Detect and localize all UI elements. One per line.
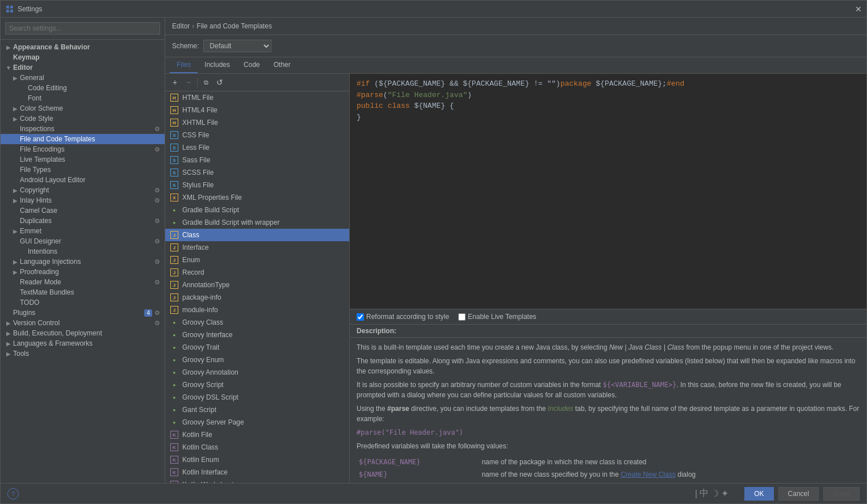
sidebar-item-file-and-code-templates[interactable]: File and Code Templates	[1, 134, 165, 144]
sidebar-item-android-layout-editor[interactable]: Android Layout Editor	[1, 175, 165, 185]
file-item-stylus-file[interactable]: SStylus File	[165, 179, 349, 191]
file-item-groovy-interface[interactable]: ●Groovy Interface	[165, 329, 349, 341]
file-item-gant-script[interactable]: ●Gant Script	[165, 404, 349, 416]
cancel-button[interactable]: Cancel	[778, 487, 819, 501]
code-editor[interactable]: #if (${PACKAGE_NAME} && ${PACKAGE_NAME} …	[350, 74, 866, 309]
file-item-groovy-class[interactable]: ●Groovy Class	[165, 316, 349, 329]
sidebar-item-build-execution[interactable]: ▶Build, Execution, Deployment	[1, 328, 165, 338]
file-item-xml-props-file[interactable]: XXML Properties File	[165, 191, 349, 204]
sidebar-item-editor[interactable]: ▼Editor	[1, 62, 165, 73]
sidebar-item-file-types[interactable]: File Types	[1, 165, 165, 175]
file-icon-groovy-class: ●	[170, 318, 179, 327]
sidebar-item-live-templates[interactable]: Live Templates	[1, 154, 165, 165]
ok-button[interactable]: OK	[744, 487, 773, 501]
scheme-select[interactable]: Default	[203, 40, 271, 52]
file-item-groovy-script[interactable]: ●Groovy Script	[165, 379, 349, 391]
sidebar-item-camel-case[interactable]: Camel Case	[1, 205, 165, 216]
file-item-kotlin-worksheet[interactable]: KKotlin Worksheet	[165, 478, 349, 483]
sidebar-item-duplicates[interactable]: Duplicates⚙	[1, 216, 165, 226]
file-item-css-file[interactable]: SCSS File	[165, 129, 349, 141]
description-body: This is a built-in template used each ti…	[350, 338, 866, 483]
file-item-groovy-trait[interactable]: ●Groovy Trait	[165, 341, 349, 354]
settings-window: Settings ✕ ▶Appearance & BehaviorKeymap▼…	[0, 0, 867, 504]
sidebar-item-language-injections[interactable]: ▶Language Injections⚙	[1, 257, 165, 267]
remove-button[interactable]: −	[182, 76, 195, 89]
sidebar-item-todo[interactable]: TODO	[1, 297, 165, 308]
file-name-groovy-interface: Groovy Interface	[182, 331, 233, 339]
search-input[interactable]	[5, 22, 160, 35]
sidebar-item-emmet[interactable]: ▶Emmet	[1, 226, 165, 236]
reformat-checkbox-label[interactable]: Reformat according to style	[357, 313, 449, 321]
file-item-interface[interactable]: JInterface	[165, 241, 349, 254]
live-templates-checkbox-label[interactable]: Enable Live Templates	[458, 313, 537, 321]
file-item-less-file[interactable]: SLess File	[165, 141, 349, 154]
file-item-scss-file[interactable]: SSCSS File	[165, 166, 349, 179]
sidebar-item-intentions[interactable]: Intentions	[1, 246, 165, 257]
sidebar-item-tools[interactable]: ▶Tools	[1, 348, 165, 359]
file-item-kotlin-interface[interactable]: KKotlin Interface	[165, 466, 349, 478]
reset-button[interactable]: ↺	[213, 76, 226, 89]
file-item-groovy-dsl-script[interactable]: ●Groovy DSL Script	[165, 391, 349, 404]
file-item-annotation-type[interactable]: JAnnotationType	[165, 279, 349, 291]
close-button[interactable]: ✕	[855, 5, 862, 14]
file-list-toolbar: + − ⧉ ↺	[165, 74, 349, 91]
sidebar-label-version-control: Version Control	[13, 319, 152, 327]
tab-files[interactable]: Files	[170, 57, 198, 73]
live-templates-checkbox[interactable]	[458, 313, 466, 321]
sidebar-item-code-editing[interactable]: Code Editing	[1, 83, 165, 93]
file-item-enum[interactable]: JEnum	[165, 254, 349, 266]
reformat-checkbox[interactable]	[357, 313, 364, 321]
sidebar-item-languages-frameworks[interactable]: ▶Languages & Frameworks	[1, 338, 165, 348]
file-item-class[interactable]: JClass	[165, 229, 349, 241]
file-item-groovy-enum[interactable]: ●Groovy Enum	[165, 354, 349, 366]
file-item-package-info[interactable]: Jpackage-info	[165, 291, 349, 304]
sidebar-item-gui-designer[interactable]: GUI Designer⚙	[1, 236, 165, 246]
file-item-html4-file[interactable]: HHTML4 File	[165, 104, 349, 116]
tab-code[interactable]: Code	[237, 57, 267, 73]
sidebar-item-copyright[interactable]: ▶Copyright⚙	[1, 185, 165, 195]
sidebar-item-general[interactable]: ▶General	[1, 73, 165, 83]
sidebar: ▶Appearance & BehaviorKeymap▼Editor▶Gene…	[1, 18, 165, 483]
copy-button[interactable]: ⧉	[200, 76, 212, 89]
file-item-xhtml-file[interactable]: HXHTML File	[165, 116, 349, 129]
file-item-module-info[interactable]: Jmodule-info	[165, 304, 349, 316]
breadcrumb-separator: ›	[192, 22, 194, 30]
sidebar-item-appearance[interactable]: ▶Appearance & Behavior	[1, 42, 165, 52]
file-item-kotlin-class[interactable]: KKotlin Class	[165, 441, 349, 453]
sidebar-label-plugins: Plugins	[13, 309, 142, 317]
create-new-class-link[interactable]: Create New Class	[621, 471, 676, 478]
apply-button[interactable]: Apply	[823, 487, 860, 501]
sidebar-item-font[interactable]: Font	[1, 93, 165, 103]
sidebar-item-file-encodings[interactable]: File Encodings⚙	[1, 144, 165, 154]
file-item-sass-file[interactable]: SSass File	[165, 154, 349, 166]
sidebar-item-plugins[interactable]: Plugins4⚙	[1, 308, 165, 318]
file-icon-stylus-file: S	[170, 180, 179, 190]
file-item-groovy-server-page[interactable]: ●Groovy Server Page	[165, 416, 349, 429]
file-item-kotlin-enum[interactable]: KKotlin Enum	[165, 453, 349, 466]
sidebar-item-keymap[interactable]: Keymap	[1, 52, 165, 62]
sidebar-item-reader-mode[interactable]: Reader Mode⚙	[1, 277, 165, 287]
add-button[interactable]: +	[169, 76, 181, 89]
tab-other[interactable]: Other	[267, 57, 298, 73]
tree-arrow-keymap	[5, 54, 12, 61]
sidebar-item-version-control[interactable]: ▶Version Control⚙	[1, 318, 165, 328]
file-item-html-file[interactable]: HHTML File	[165, 91, 349, 104]
variables-table: ${PACKAGE_NAME} name of the package in w…	[357, 456, 860, 483]
tab-includes[interactable]: Includes	[198, 57, 237, 73]
file-item-gradle-build[interactable]: ●Gradle Build Script	[165, 204, 349, 216]
help-button[interactable]: ?	[7, 488, 19, 499]
file-item-kotlin-file[interactable]: KKotlin File	[165, 429, 349, 441]
sidebar-item-proofreading[interactable]: ▶Proofreading	[1, 267, 165, 277]
file-item-groovy-annotation[interactable]: ●Groovy Annotation	[165, 366, 349, 379]
reformat-label: Reformat according to style	[366, 313, 449, 321]
sidebar-item-textmate-bundles[interactable]: TextMate Bundles	[1, 287, 165, 297]
sidebar-item-inspections[interactable]: Inspections⚙	[1, 124, 165, 134]
sidebar-item-code-style[interactable]: ▶Code Style	[1, 114, 165, 124]
tree-arrow-file-and-code-templates	[12, 136, 19, 142]
file-item-record[interactable]: JRecord	[165, 266, 349, 279]
sidebar-item-color-scheme[interactable]: ▶Color Scheme	[1, 103, 165, 114]
tree-arrow-general: ▶	[12, 74, 19, 81]
sidebar-label-font: Font	[28, 94, 160, 102]
sidebar-item-inlay-hints[interactable]: ▶Inlay Hints⚙	[1, 195, 165, 205]
file-item-gradle-wrapper[interactable]: ●Gradle Build Script with wrapper	[165, 216, 349, 229]
